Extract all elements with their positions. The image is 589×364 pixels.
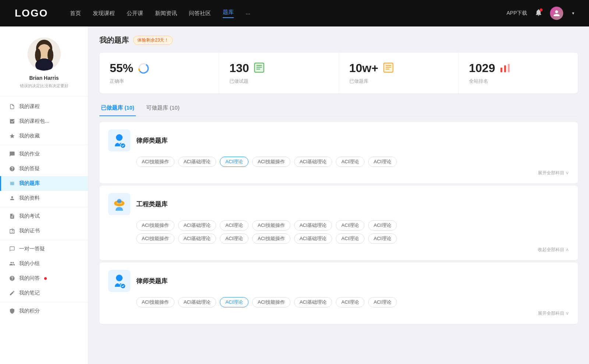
sidebar-item-my-course[interactable]: 我的课程	[0, 99, 88, 114]
l2tag-1[interactable]: ACI基础理论	[178, 297, 216, 307]
ranking-icon	[500, 62, 511, 75]
etag-8[interactable]: ACI基础理论	[178, 233, 216, 244]
one-on-one-icon	[9, 246, 15, 252]
tag-4[interactable]: ACI基础理论	[294, 157, 332, 167]
qbank-tabs: 已做题库 (10) 可做题库 (10)	[99, 101, 578, 116]
stat-value-ranking: 1029	[469, 61, 495, 75]
sidebar-label: 我的课程	[19, 103, 40, 110]
sidebar-item-my-homework[interactable]: 我的作业	[0, 147, 88, 161]
done-qbank-icon	[383, 62, 394, 75]
qbank-card-engineer1: 工程类题库 ACI技能操作 ACI基础理论 ACI理论 ACI技能操作 ACI基…	[99, 186, 578, 260]
etag-11[interactable]: ACI基础理论	[294, 233, 332, 244]
l2tag-4[interactable]: ACI基础理论	[294, 297, 332, 307]
etag-3[interactable]: ACI技能操作	[252, 220, 290, 231]
sidebar-label: 我的小组	[19, 260, 40, 267]
avatar-chevron[interactable]: ▾	[572, 11, 574, 16]
topnav: LOGO 首页 发现课程 公开课 新闻资讯 问答社区 题库 ··· APP下载 …	[0, 0, 589, 26]
done-questions-icon	[254, 62, 265, 75]
sidebar: Brian Harris 错误的决定比没有决定要好 我的课程 我的课程包...	[0, 26, 88, 364]
sidebar-item-my-group[interactable]: 我的小组	[0, 256, 88, 271]
divider1	[0, 145, 88, 145]
expand-engineer1[interactable]: 收起全部科目 ∧	[136, 247, 569, 253]
sidebar-item-my-data[interactable]: 我的资料	[0, 191, 88, 206]
expand-lawyer1[interactable]: 展开全部科目 ∨	[136, 170, 569, 176]
sidebar-item-my-points[interactable]: 我的积分	[0, 304, 88, 318]
sidebar-item-my-notes[interactable]: 我的笔记	[0, 286, 88, 300]
tab-todo[interactable]: 可做题库 (10)	[145, 101, 181, 116]
stat-label-done: 已做试题	[229, 78, 328, 85]
qbank-header-engineer1: 工程类题库	[108, 193, 569, 215]
qa-icon	[9, 165, 15, 172]
etag-10[interactable]: ACI技能操作	[252, 233, 290, 244]
qbank-tags-engineer1-row2: ACI技能操作 ACI基础理论 ACI理论 ACI技能操作 ACI基础理论 AC…	[136, 233, 569, 244]
sidebar-label: 我的资料	[19, 195, 40, 201]
sidebar-label: 我的课程包...	[19, 118, 49, 125]
nav-home[interactable]: 首页	[70, 10, 81, 17]
qbank-tags-lawyer2: ACI技能操作 ACI基础理论 ACI理论 ACI技能操作 ACI基础理论 AC…	[136, 297, 569, 307]
app-download[interactable]: APP下载	[507, 10, 527, 17]
nav-qa[interactable]: 问答社区	[189, 10, 211, 17]
qbank-tags-engineer1-row1: ACI技能操作 ACI基础理论 ACI理论 ACI技能操作 ACI基础理论 AC…	[136, 220, 569, 231]
etag-5[interactable]: ACI理论	[336, 220, 364, 231]
nav-discover[interactable]: 发现课程	[93, 10, 115, 17]
stat-value-qbank: 10w+	[349, 61, 378, 75]
etag-9[interactable]: ACI理论	[220, 233, 248, 244]
notes-icon	[9, 290, 15, 296]
sidebar-label: 我的证书	[19, 228, 40, 234]
tag-1[interactable]: ACI基础理论	[178, 157, 216, 167]
sidebar-label: 我的问答	[19, 275, 40, 282]
etag-7[interactable]: ACI技能操作	[136, 233, 174, 244]
collection-icon	[9, 133, 15, 139]
l2tag-6[interactable]: ACI理论	[368, 297, 397, 307]
tag-6[interactable]: ACI理论	[368, 157, 397, 167]
etag-1[interactable]: ACI基础理论	[178, 220, 216, 231]
etag-12[interactable]: ACI理论	[336, 233, 364, 244]
points-icon	[9, 308, 15, 314]
qbank-header-lawyer1: 律师类题库	[108, 129, 569, 151]
sidebar-item-my-questions[interactable]: 我的问答	[0, 271, 88, 286]
etag-13[interactable]: ACI理论	[368, 233, 397, 244]
nav-opencourse[interactable]: 公开课	[127, 10, 143, 17]
l2tag-3[interactable]: ACI技能操作	[252, 297, 290, 307]
stat-value-accuracy: 55%	[110, 61, 133, 75]
sidebar-item-my-qbank[interactable]: 我的题库	[0, 176, 88, 191]
page-header: 我的题库 体验剩余23天！	[99, 35, 578, 45]
avatar-illustration	[28, 38, 61, 71]
tag-3[interactable]: ACI技能操作	[252, 157, 290, 167]
qbank-tags-lawyer1: ACI技能操作 ACI基础理论 ACI理论 ACI技能操作 ACI基础理论 AC…	[136, 157, 569, 167]
stat-top-ranking: 1029	[469, 61, 568, 75]
l2tag-5[interactable]: ACI理论	[336, 297, 364, 307]
sidebar-item-my-cert[interactable]: 我的证书	[0, 224, 88, 238]
etag-4[interactable]: ACI基础理论	[294, 220, 332, 231]
tag-2[interactable]: ACI理论	[220, 157, 248, 167]
etag-2[interactable]: ACI理论	[220, 220, 248, 231]
qbank-icon	[9, 180, 15, 187]
nav-news[interactable]: 新闻资讯	[155, 10, 177, 17]
nav-more[interactable]: ···	[246, 10, 250, 17]
notification-bell[interactable]	[535, 8, 543, 18]
sidebar-label: 我的答疑	[19, 165, 40, 172]
sidebar-item-my-qa[interactable]: 我的答疑	[0, 161, 88, 176]
package-icon	[9, 118, 15, 125]
svg-rect-22	[508, 64, 509, 72]
divider4	[0, 302, 88, 302]
sidebar-item-my-exam[interactable]: 我的考试	[0, 209, 88, 224]
tag-5[interactable]: ACI理论	[336, 157, 364, 167]
trial-badge: 体验剩余23天！	[133, 36, 173, 45]
user-avatar[interactable]	[550, 7, 563, 20]
notification-dot	[540, 8, 543, 11]
nav-qbank[interactable]: 题库	[223, 9, 234, 18]
expand-lawyer2[interactable]: 展开全部科目 ∨	[136, 310, 569, 317]
qbank-icon-lawyer2	[108, 270, 130, 292]
l2tag-0[interactable]: ACI技能操作	[136, 297, 174, 307]
tab-done[interactable]: 已做题库 (10)	[99, 101, 136, 116]
sidebar-item-my-collection[interactable]: 我的收藏	[0, 129, 88, 143]
sidebar-item-one-on-one[interactable]: 一对一答疑	[0, 242, 88, 256]
sidebar-item-my-package[interactable]: 我的课程包...	[0, 114, 88, 129]
etag-6[interactable]: ACI理论	[368, 220, 397, 231]
tag-0[interactable]: ACI技能操作	[136, 157, 174, 167]
etag-0[interactable]: ACI技能操作	[136, 220, 174, 231]
l2tag-2[interactable]: ACI理论	[220, 297, 248, 307]
stat-done-questions: 130 已做试题	[219, 53, 339, 93]
lawyer-icon	[111, 132, 127, 149]
